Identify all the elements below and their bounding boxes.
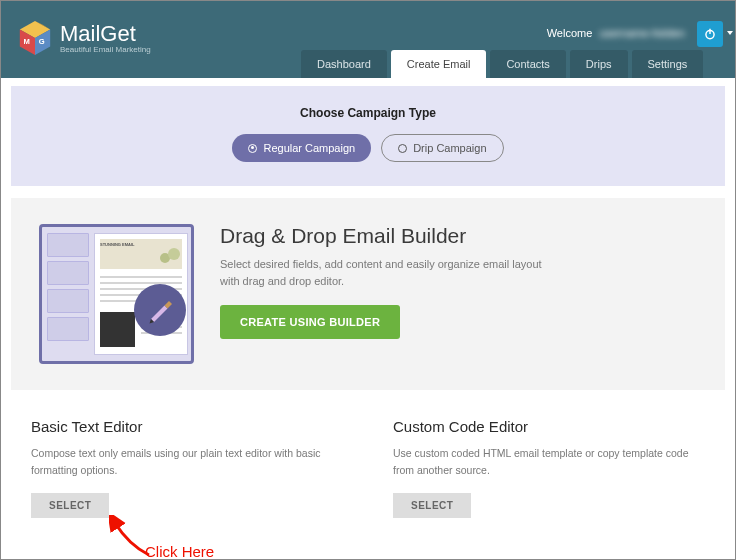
builder-panel: STUNNING EMAIL Drag & Drop Email Builder… xyxy=(11,198,725,390)
tab-create-email[interactable]: Create Email xyxy=(391,50,487,78)
custom-select-button[interactable]: SELECT xyxy=(393,493,471,518)
basic-select-button[interactable]: SELECT xyxy=(31,493,109,518)
regular-campaign-option[interactable]: Regular Campaign xyxy=(232,134,371,162)
basic-editor-title: Basic Text Editor xyxy=(31,418,343,435)
editors-row: Basic Text Editor Compose text only emai… xyxy=(11,418,725,518)
custom-editor-desc: Use custom coded HTML email template or … xyxy=(393,445,705,479)
svg-text:M: M xyxy=(24,37,30,46)
campaign-type-panel: Choose Campaign Type Regular Campaign Dr… xyxy=(11,86,725,186)
username: username-hidden xyxy=(599,27,685,39)
builder-desc: Select desired fields, add content and e… xyxy=(220,256,550,289)
campaign-heading: Choose Campaign Type xyxy=(11,106,725,120)
annotation-text: Click Here xyxy=(145,543,214,560)
brand-logo[interactable]: M G MailGet Beautiful Email Marketing xyxy=(16,19,151,57)
welcome-text: Welcome username-hidden xyxy=(547,27,685,39)
annotation-overlay: Click Here xyxy=(109,519,239,560)
custom-code-editor-block: Custom Code Editor Use custom coded HTML… xyxy=(393,418,705,518)
brand-name: MailGet xyxy=(60,23,151,45)
power-button[interactable] xyxy=(697,21,723,47)
brush-icon xyxy=(134,284,186,336)
tab-dashboard[interactable]: Dashboard xyxy=(301,50,387,78)
drip-campaign-option[interactable]: Drip Campaign xyxy=(381,134,503,162)
main-nav-tabs: Dashboard Create Email Contacts Drips Se… xyxy=(301,50,703,78)
tab-drips[interactable]: Drips xyxy=(570,50,628,78)
drip-campaign-label: Drip Campaign xyxy=(413,142,486,154)
custom-editor-title: Custom Code Editor xyxy=(393,418,705,435)
create-using-builder-button[interactable]: CREATE USING BUILDER xyxy=(220,305,400,339)
tab-settings[interactable]: Settings xyxy=(632,50,704,78)
builder-illustration: STUNNING EMAIL xyxy=(39,224,194,364)
radio-unselected-icon xyxy=(398,144,407,153)
app-header: M G MailGet Beautiful Email Marketing We… xyxy=(1,1,735,78)
basic-editor-desc: Compose text only emails using our plain… xyxy=(31,445,343,479)
basic-text-editor-block: Basic Text Editor Compose text only emai… xyxy=(31,418,343,518)
tab-contacts[interactable]: Contacts xyxy=(490,50,565,78)
builder-title: Drag & Drop Email Builder xyxy=(220,224,550,248)
regular-campaign-label: Regular Campaign xyxy=(263,142,355,154)
arrow-icon xyxy=(109,515,159,560)
svg-text:G: G xyxy=(39,37,45,46)
radio-selected-icon xyxy=(248,144,257,153)
power-icon xyxy=(703,27,717,41)
logo-cube-icon: M G xyxy=(16,19,54,57)
dropdown-caret-icon[interactable] xyxy=(727,31,733,35)
brand-tagline: Beautiful Email Marketing xyxy=(60,45,151,54)
